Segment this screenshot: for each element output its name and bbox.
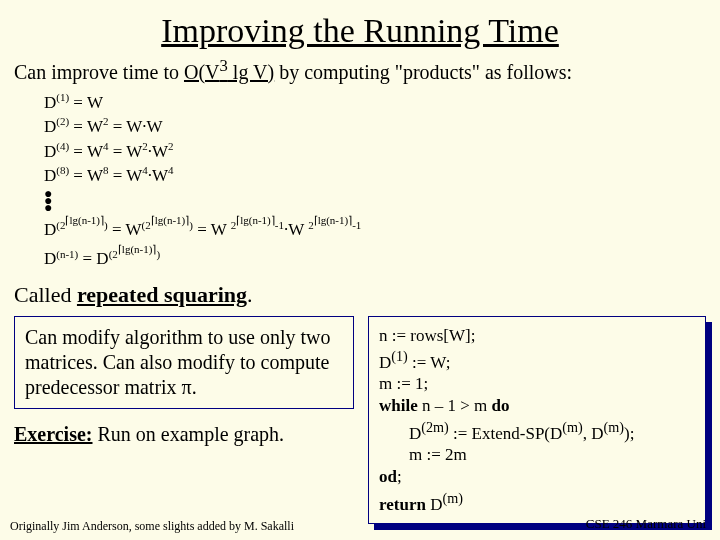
t: ·W	[148, 142, 168, 161]
t: D	[409, 423, 421, 442]
kw-return: return	[379, 494, 426, 513]
t: ⌈lg(n-1)⌉	[118, 243, 157, 255]
t: (4)	[56, 140, 69, 152]
lgv: lg V)	[228, 61, 274, 83]
repeated-squaring-term: repeated squaring	[77, 282, 247, 307]
vdots-icon: ●●●	[44, 188, 720, 213]
code-l8: return D(m)	[379, 489, 695, 516]
t: (2	[142, 219, 151, 231]
t: 2⌈lg(n-1)⌉-1	[308, 219, 361, 231]
t: (2⌈lg(n-1)⌉)	[109, 248, 160, 260]
t: = W	[69, 166, 103, 185]
right-column: n := rows[W]; D(1) := W; m := 1; while n…	[368, 316, 706, 525]
t: = W	[108, 166, 142, 185]
t: D	[44, 220, 56, 239]
exp3: 3	[220, 56, 228, 75]
equations-block: D(1) = W D(2) = W2 = W·W D(4) = W4 = W2·…	[0, 90, 720, 272]
t: (1)	[391, 348, 408, 364]
subtitle: Can improve time to O(V3 lg V) by comput…	[0, 54, 720, 90]
t: (m)	[562, 419, 582, 435]
eq-dlg: D(2⌈lg(n-1)⌉) = W(2⌈lg(n-1)⌉) = W 2⌈lg(n…	[44, 213, 720, 242]
left-column: Can modify algorithm to use only two mat…	[14, 316, 354, 525]
t: D	[44, 142, 56, 161]
t: ⌈lg(n-1)⌉	[236, 214, 275, 226]
eq-d4: D(4) = W4 = W2·W2	[44, 139, 720, 164]
t: , D	[583, 423, 604, 442]
code-l4: while n – 1 > m do	[379, 395, 695, 417]
t: -1	[275, 219, 284, 231]
t: ⌈lg(n-1)⌉	[65, 214, 104, 226]
t: (8)	[56, 164, 69, 176]
t: .	[247, 282, 253, 307]
pseudocode-box: n := rows[W]; D(1) := W; m := 1; while n…	[368, 316, 706, 525]
eq-dn1: D(n-1) = D(2⌈lg(n-1)⌉)	[44, 242, 720, 271]
t: = W	[108, 142, 142, 161]
code-l3: m := 1;	[379, 373, 695, 395]
footer-course: CSE 246 Marmara Uni	[586, 516, 706, 532]
kw-do: do	[492, 396, 510, 415]
t: = D	[78, 250, 108, 269]
kw-while: while	[379, 396, 418, 415]
subtitle-text-pre: Can improve time to	[14, 61, 184, 83]
exercise-label: Exercise:	[14, 423, 93, 445]
t: );	[624, 423, 634, 442]
footer-credit: Originally Jim Anderson, some slights ad…	[10, 519, 294, 534]
complexity-expr: O(V3 lg V)	[184, 61, 274, 83]
t: D	[44, 117, 56, 136]
t: := Extend-SP(D	[449, 423, 562, 442]
t: ·W	[284, 220, 308, 239]
t: n – 1 > m	[418, 396, 492, 415]
code-l6: m := 2m	[379, 444, 695, 466]
kw-od: od	[379, 467, 397, 486]
eq-d8: D(8) = W8 = W4·W4	[44, 163, 720, 188]
t: = W	[69, 142, 103, 161]
exercise-text: Run on example graph.	[93, 423, 285, 445]
t: )	[156, 248, 160, 260]
lower-row: Can modify algorithm to use only two mat…	[0, 316, 720, 525]
t: = W	[193, 220, 231, 239]
t: (1)	[56, 91, 69, 103]
code-l2: D(1) := W;	[379, 347, 695, 374]
t: (n-1)	[56, 248, 78, 260]
t: -1	[352, 219, 361, 231]
code-l7: od;	[379, 466, 695, 488]
t: = W	[69, 92, 103, 111]
code-l1: n := rows[W];	[379, 325, 695, 347]
t: D	[44, 250, 56, 269]
t: 2	[168, 140, 174, 152]
t: (2	[109, 248, 118, 260]
exercise-line: Exercise: Run on example graph.	[14, 409, 354, 446]
t: ⌈lg(n-1)⌉	[314, 214, 353, 226]
t: := W;	[408, 352, 451, 371]
called-line: Called repeated squaring.	[0, 272, 720, 316]
ov: O(V	[184, 61, 220, 83]
t: (2)	[56, 115, 69, 127]
code-l5: D(2m) := Extend-SP(D(m), D(m));	[379, 418, 695, 445]
eq-d1: D(1) = W	[44, 90, 720, 115]
note-box: Can modify algorithm to use only two mat…	[14, 316, 354, 409]
t: Called	[14, 282, 77, 307]
t: 2⌈lg(n-1)⌉-1	[231, 219, 284, 231]
eq-d2: D(2) = W2 = W·W	[44, 114, 720, 139]
t: (2m)	[421, 419, 449, 435]
t: = W·W	[108, 117, 162, 136]
t: (2⌈lg(n-1)⌉)	[56, 219, 107, 231]
t: ·W	[148, 166, 168, 185]
t: (2⌈lg(n-1)⌉)	[142, 219, 193, 231]
t: = W	[69, 117, 103, 136]
t: D	[44, 166, 56, 185]
slide-title: Improving the Running Time	[0, 0, 720, 54]
subtitle-text-tail: by computing "products" as follows:	[274, 61, 572, 83]
t: (m)	[442, 490, 462, 506]
t: = W	[108, 220, 142, 239]
t: (m)	[604, 419, 624, 435]
t: D	[426, 494, 443, 513]
t: ⌈lg(n-1)⌉	[151, 214, 190, 226]
t: D	[379, 352, 391, 371]
t: D	[44, 92, 56, 111]
t: 4	[168, 164, 174, 176]
